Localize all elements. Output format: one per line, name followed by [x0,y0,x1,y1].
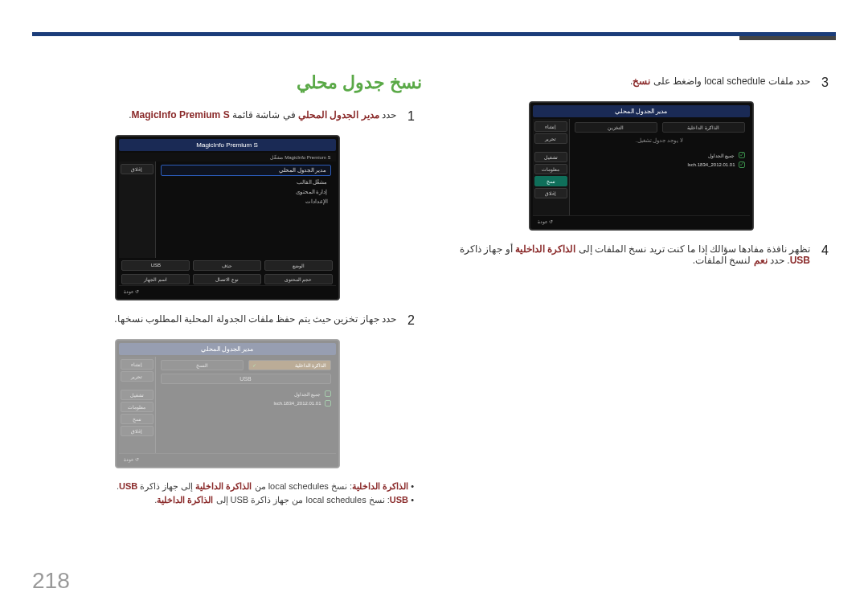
copy-button[interactable]: نسخ [534,176,567,186]
side-btn[interactable]: تحرير [121,371,154,382]
window-title: مدير الجدول المحلي [533,105,750,117]
window-main: الذاكرة الداخلية ✓ النسخ USB جميع الجداو… [156,357,336,453]
return-hint: عودة [119,285,336,295]
side-btn[interactable]: إغلاق [534,188,567,198]
note-line: الذاكرة الداخلية: نسخ local schedules من… [32,481,414,492]
highlighted-item[interactable]: مدير الجدول المحلي [161,165,331,176]
step-text: تظهر نافذة مفادها سؤالك إذا ما كنت تريد … [446,243,810,266]
checkbox-icon[interactable] [739,161,745,168]
magicinfo-window: MagicInfo Premium S MagicInfo Premium S … [115,135,340,300]
side-btn[interactable]: معلومات [121,402,154,412]
step-number: 2 [407,313,422,328]
window-side: إغلاق [119,161,156,258]
step-text: حدد ملفات local schedule واضغط على نسخ. [630,76,810,90]
bottom-btn[interactable]: اسم الجهاز [121,274,190,284]
menu-item[interactable]: الإعدادات [161,197,331,206]
return-hint: عودة [533,215,750,225]
window-subhead: MagicInfo Premium S مشغّل [119,153,336,161]
bottom-btn[interactable]: نوع الاتصال [193,274,261,284]
window-title: مدير الجدول المحلي [119,343,336,355]
step-4: 4 تظهر نافذة مفادها سؤالك إذا ما كنت تري… [446,243,836,266]
bottom-row: الوضع حذف USB [119,258,336,272]
page-number: 218 [32,568,70,594]
column-header: النسخ [161,360,244,370]
check-icon: ✓ [252,362,256,368]
window-side: إنشاء تحرير تشغيل معلومات نسخ إغلاق [119,357,156,453]
bottom-btn[interactable]: حذف [193,260,261,271]
column-header: الذاكرة الداخلية [295,362,327,368]
usb-row[interactable]: USB [161,374,331,384]
side-btn[interactable]: تشغيل [534,152,567,162]
step-number: 3 [821,76,836,90]
step-text: حدد مدير الجدول المحلي في شاشة قائمة Mag… [129,109,396,124]
window-side: إنشاء تحرير تشغيل معلومات نسخ إغلاق [533,119,570,215]
step-3: 3 حدد ملفات local schedule واضغط على نسخ… [446,76,836,90]
column-header: التخزين [575,122,657,133]
list-item[interactable]: جميع الجداول [161,389,331,398]
schedule-manager-window-dim: مدير الجدول المحلي إنشاء تحرير تشغيل معل… [115,339,340,468]
close-button[interactable]: إغلاق [121,164,154,174]
header-bar [32,32,836,53]
window-title: MagicInfo Premium S [119,139,336,151]
column-header: الذاكرة الداخلية [662,122,745,133]
list-item[interactable]: 2012.01.01_1834.lsch [161,398,331,408]
notes-list: الذاكرة الداخلية: نسخ local schedules من… [32,481,422,505]
checkbox-icon[interactable] [739,152,745,158]
side-btn[interactable]: إغلاق [121,426,154,436]
window-main: الذاكرة الداخلية التخزين لا يوجد جدول تش… [570,119,750,215]
window-main: مدير الجدول المحلي مشغّل القالب إدارة ال… [156,161,336,258]
side-btn[interactable]: إنشاء [534,121,567,132]
checkbox-icon[interactable] [325,390,331,397]
list-item[interactable]: جميع الجداول [575,150,745,160]
side-btn[interactable]: إنشاء [121,359,154,370]
note-line: USB: نسخ local schedules من جهاز ذاكرة U… [32,495,414,505]
menu-item[interactable]: إدارة المحتوى [161,187,331,197]
schedule-manager-window: مدير الجدول المحلي إنشاء تحرير تشغيل معل… [529,101,754,231]
bottom-btn[interactable]: حجم المحتوى [264,274,333,284]
checkbox-icon[interactable] [325,400,331,407]
bottom-btn[interactable]: USB [121,260,190,271]
empty-msg: لا يوجد جدول تشغيل. [575,136,745,145]
side-btn[interactable]: تشغيل [121,390,154,400]
step-text: حدد جهاز تخزين حيث يتم حفظ ملفات الجدولة… [114,313,396,328]
bottom-row-2: حجم المحتوى نوع الاتصال اسم الجهاز [119,272,336,285]
menu-item[interactable]: مشغّل القالب [161,178,331,187]
section-title: نسخ جدول محلي [32,72,422,93]
side-btn[interactable]: معلومات [534,164,567,174]
step-number: 4 [821,243,836,266]
step-1: 1 حدد مدير الجدول المحلي في شاشة قائمة M… [32,109,422,124]
step-2: 2 حدد جهاز تخزين حيث يتم حفظ ملفات الجدو… [32,313,422,328]
left-column: 3 حدد ملفات local schedule واضغط على نسخ… [446,72,836,507]
bottom-btn[interactable]: الوضع [264,260,333,271]
list-item[interactable]: 2012.01.01_1834.lsch [575,160,745,170]
side-btn[interactable]: نسخ [121,414,154,424]
side-btn[interactable]: تحرير [534,133,567,144]
return-hint: عودة [119,453,336,463]
right-column: نسخ جدول محلي 1 حدد مدير الجدول المحلي ف… [32,72,422,507]
step-number: 1 [407,109,422,124]
